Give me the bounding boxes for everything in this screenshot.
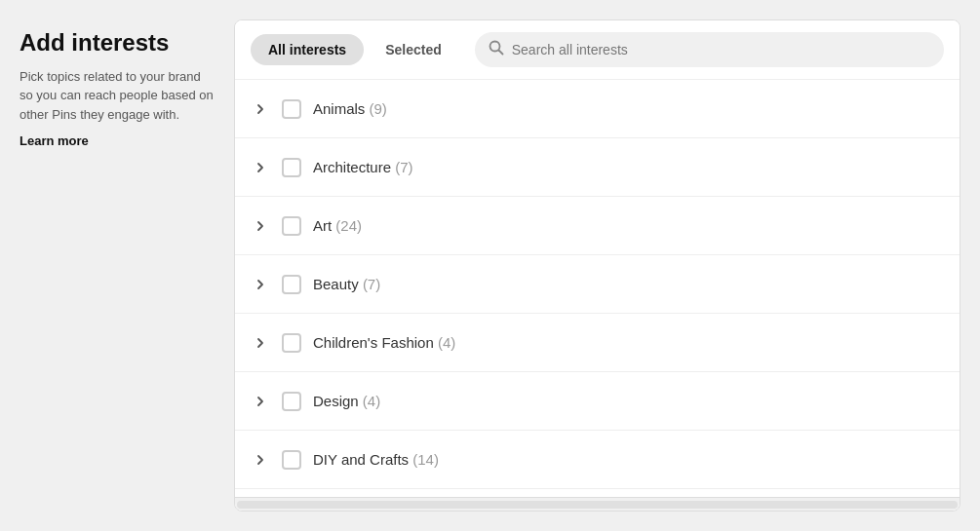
list-item[interactable]: Animals (9) bbox=[235, 80, 960, 138]
interest-count: (7) bbox=[363, 276, 380, 292]
interest-count: (14) bbox=[412, 451, 439, 468]
interest-count: (24) bbox=[335, 217, 362, 234]
search-box bbox=[475, 32, 944, 67]
tabs-and-search-bar: All interests Selected bbox=[235, 20, 960, 80]
interest-count: (4) bbox=[363, 393, 380, 409]
expand-button[interactable] bbox=[251, 450, 270, 470]
expand-button[interactable] bbox=[251, 392, 270, 411]
checkbox[interactable] bbox=[282, 392, 301, 411]
main-panel: All interests Selected A bbox=[234, 19, 960, 512]
interest-label: Design (4) bbox=[313, 393, 944, 409]
list-item[interactable]: DIY and Crafts (14) bbox=[235, 431, 960, 489]
interest-label: DIY and Crafts (14) bbox=[313, 451, 944, 468]
expand-button[interactable] bbox=[251, 333, 270, 353]
list-item[interactable]: Art (24) bbox=[235, 197, 960, 255]
interest-label: Art (24) bbox=[313, 217, 944, 234]
list-item[interactable]: Architecture (7) bbox=[235, 138, 960, 197]
tab-selected[interactable]: Selected bbox=[368, 34, 459, 65]
page-title: Add interests bbox=[20, 29, 215, 57]
checkbox[interactable] bbox=[282, 158, 301, 177]
checkbox[interactable] bbox=[282, 333, 301, 353]
learn-more-link[interactable]: Learn more bbox=[20, 133, 89, 148]
interest-label: Beauty (7) bbox=[313, 276, 944, 292]
expand-button[interactable] bbox=[251, 158, 270, 177]
search-input[interactable] bbox=[512, 42, 930, 57]
expand-button[interactable] bbox=[251, 275, 270, 294]
interests-list: Animals (9) Architecture (7) Art (24) bbox=[235, 80, 960, 497]
interest-count: (4) bbox=[438, 334, 455, 351]
tab-group: All interests Selected bbox=[251, 34, 459, 65]
list-item[interactable]: Children's Fashion (4) bbox=[235, 314, 960, 372]
list-item[interactable]: Design (4) bbox=[235, 372, 960, 431]
sidebar-description: Pick topics related to your brand so you… bbox=[20, 67, 215, 125]
interest-label: Children's Fashion (4) bbox=[313, 334, 944, 351]
interest-count: (7) bbox=[395, 159, 412, 175]
tab-all-interests[interactable]: All interests bbox=[251, 34, 364, 65]
list-item[interactable]: Beauty (7) bbox=[235, 255, 960, 314]
interest-label: Architecture (7) bbox=[313, 159, 944, 175]
expand-button[interactable] bbox=[251, 99, 270, 119]
expand-button[interactable] bbox=[251, 216, 270, 236]
checkbox[interactable] bbox=[282, 99, 301, 119]
checkbox[interactable] bbox=[282, 216, 301, 236]
horizontal-scrollbar[interactable] bbox=[235, 497, 960, 511]
sidebar: Add interests Pick topics related to you… bbox=[20, 19, 215, 512]
horizontal-scroll-track bbox=[237, 501, 958, 509]
interest-label: Animals (9) bbox=[313, 100, 944, 117]
search-icon bbox=[489, 40, 504, 59]
checkbox[interactable] bbox=[282, 450, 301, 470]
checkbox[interactable] bbox=[282, 275, 301, 294]
interest-count: (9) bbox=[370, 100, 387, 117]
page-container: Add interests Pick topics related to you… bbox=[0, 0, 980, 531]
svg-line-1 bbox=[498, 51, 502, 55]
